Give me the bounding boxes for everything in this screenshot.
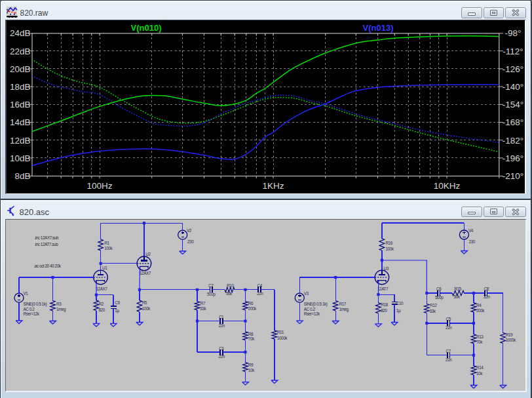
svg-text:.inc 12AT7.sub: .inc 12AT7.sub <box>34 242 58 247</box>
svg-text:U3: U3 <box>384 266 389 271</box>
svg-text:R7: R7 <box>200 301 206 306</box>
svg-text:1000k: 1000k <box>506 338 516 342</box>
svg-text:10KHz: 10KHz <box>434 180 461 190</box>
svg-text:AC 0.2: AC 0.2 <box>304 307 316 311</box>
svg-text:R9: R9 <box>248 363 254 367</box>
svg-text:-196°: -196° <box>503 153 523 163</box>
svg-text:R17: R17 <box>339 302 347 306</box>
svg-text:C7: C7 <box>446 349 451 353</box>
svg-text:Rser=12k: Rser=12k <box>24 311 40 316</box>
svg-text:50k: 50k <box>226 291 233 296</box>
svg-text:820: 820 <box>381 308 387 313</box>
svg-text:C10: C10 <box>396 301 404 306</box>
svg-text:10k: 10k <box>476 371 483 376</box>
svg-text:-98°: -98° <box>505 28 522 38</box>
svg-text:-112°: -112° <box>503 46 523 56</box>
svg-text:14dB: 14dB <box>10 117 31 127</box>
svg-text:22dB: 22dB <box>10 46 31 56</box>
svg-text:100k: 100k <box>142 306 151 311</box>
svg-text:Rser=12k: Rser=12k <box>304 311 320 316</box>
svg-text:200k: 200k <box>476 308 485 313</box>
svg-text:10dB: 10dB <box>10 153 31 163</box>
svg-text:70k: 70k <box>476 340 483 344</box>
svg-text:1µ: 1µ <box>396 308 401 313</box>
svg-text:100Hz: 100Hz <box>86 180 112 190</box>
svg-text:AC 0.2: AC 0.2 <box>24 307 35 311</box>
svg-text:C9: C9 <box>115 300 120 305</box>
svg-text:R13: R13 <box>476 334 484 339</box>
svg-text:C5: C5 <box>446 317 451 321</box>
svg-text:V4: V4 <box>468 228 474 233</box>
svg-text:12AX7: 12AX7 <box>140 271 151 275</box>
svg-text:22n: 22n <box>484 294 490 299</box>
svg-text:C8: C8 <box>484 287 489 291</box>
svg-text:R10: R10 <box>227 283 234 288</box>
svg-text:-126°: -126° <box>503 64 523 73</box>
svg-text:50k: 50k <box>454 294 461 299</box>
svg-text:U2: U2 <box>145 252 151 256</box>
svg-text:R14: R14 <box>476 365 484 370</box>
svg-text:10k: 10k <box>248 368 255 372</box>
svg-text:R16: R16 <box>385 241 392 245</box>
svg-text:V2: V2 <box>187 228 192 233</box>
svg-text:.ac oct 20 40 20k: .ac oct 20 40 20k <box>34 264 62 268</box>
svg-text:8dB: 8dB <box>14 171 30 181</box>
svg-text:C2: C2 <box>208 283 214 288</box>
svg-text:R6: R6 <box>248 301 254 306</box>
svg-text:70k: 70k <box>248 336 255 341</box>
svg-text:1KHz: 1KHz <box>262 180 284 190</box>
svg-text:22n: 22n <box>446 357 452 362</box>
svg-text:820: 820 <box>99 308 105 312</box>
svg-text:V1: V1 <box>24 291 29 296</box>
svg-text:R11: R11 <box>277 330 284 334</box>
svg-text:V(n013): V(n013) <box>363 22 394 32</box>
svg-text:U1: U1 <box>102 266 107 270</box>
svg-text:1meg: 1meg <box>56 307 66 312</box>
svg-text:C3: C3 <box>219 346 224 351</box>
svg-text:1meg: 1meg <box>339 307 349 312</box>
svg-text:R1: R1 <box>104 241 109 245</box>
svg-text:230: 230 <box>469 239 476 244</box>
svg-text:R19: R19 <box>506 332 513 337</box>
svg-text:R8: R8 <box>248 332 254 336</box>
svg-text:1µ: 1µ <box>115 308 119 313</box>
svg-text:R5: R5 <box>142 300 147 305</box>
svg-text:12AT7: 12AT7 <box>377 287 389 291</box>
svg-text:16dB: 16dB <box>10 100 31 109</box>
svg-text:C1: C1 <box>219 315 224 319</box>
svg-text:12dB: 12dB <box>10 135 31 145</box>
svg-text:R15: R15 <box>455 287 462 291</box>
svg-text:R4: R4 <box>476 303 482 308</box>
svg-text:22n: 22n <box>257 291 263 296</box>
svg-text:-154°: -154° <box>503 100 523 109</box>
svg-text:230: 230 <box>187 239 194 244</box>
svg-text:33k: 33k <box>430 309 436 313</box>
svg-text:V(n010): V(n010) <box>131 22 162 32</box>
svg-text:500p: 500p <box>435 295 444 300</box>
svg-text:18dB: 18dB <box>10 82 31 92</box>
svg-text:1000k: 1000k <box>277 336 288 340</box>
svg-text:22n: 22n <box>219 323 225 328</box>
svg-text:24dB: 24dB <box>10 28 31 38</box>
svg-text:R3: R3 <box>56 302 62 306</box>
svg-text:V3: V3 <box>304 291 309 296</box>
svg-text:-140°: -140° <box>503 82 523 92</box>
svg-text:100k: 100k <box>104 246 113 250</box>
svg-text:20dB: 20dB <box>10 64 31 73</box>
svg-text:R12: R12 <box>430 303 437 308</box>
svg-text:R18: R18 <box>381 302 388 307</box>
svg-text:.inc 12AX7.sub: .inc 12AX7.sub <box>34 235 59 240</box>
svg-text:22n: 22n <box>219 354 225 359</box>
svg-text:500p: 500p <box>207 292 216 297</box>
svg-text:C6: C6 <box>436 287 442 291</box>
svg-text:R2: R2 <box>99 302 104 306</box>
svg-text:-168°: -168° <box>503 117 523 127</box>
svg-text:22n: 22n <box>446 325 452 330</box>
svg-text:12AX7: 12AX7 <box>96 287 108 291</box>
svg-text:-182°: -182° <box>503 135 523 145</box>
svg-text:100k: 100k <box>385 247 394 251</box>
svg-text:C4: C4 <box>257 283 263 288</box>
svg-text:200k: 200k <box>248 306 257 311</box>
svg-text:33k: 33k <box>200 306 206 311</box>
svg-text:-210°: -210° <box>503 171 523 181</box>
